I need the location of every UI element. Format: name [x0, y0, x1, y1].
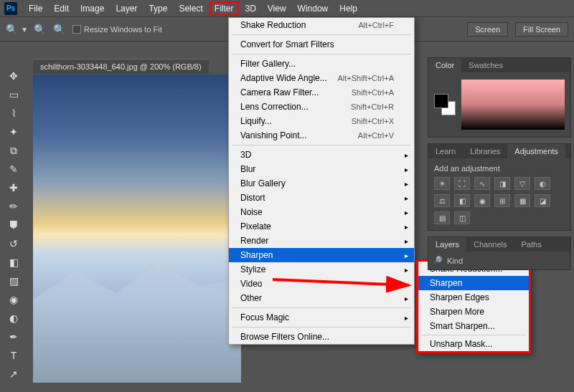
dodge-tool[interactable]: ◐: [3, 310, 24, 327]
channel-mixer-icon[interactable]: ⊞: [494, 194, 510, 207]
heal-tool[interactable]: ✚: [3, 179, 24, 196]
filter-video[interactable]: Video: [229, 277, 414, 291]
chevron-down-icon: ▾: [22, 24, 27, 34]
tab-color[interactable]: Color: [428, 58, 461, 72]
sharpen-more[interactable]: Sharpen More: [418, 305, 529, 319]
filter-distort[interactable]: Distort: [229, 191, 414, 205]
tab-channels[interactable]: Channels: [466, 237, 514, 252]
filter-sharpen[interactable]: Sharpen: [229, 248, 414, 262]
adjustments-panel: Learn Libraries Adjustments Add an adjus…: [428, 143, 571, 231]
sharpen-sharpen[interactable]: Sharpen: [418, 276, 529, 290]
menu-view[interactable]: View: [262, 1, 292, 16]
document-canvas[interactable]: [33, 75, 241, 383]
stamp-tool[interactable]: ⛊: [3, 216, 24, 234]
tab-libraries[interactable]: Libraries: [463, 144, 507, 158]
filter-browse-online[interactable]: Browse Filters Online...: [229, 330, 414, 344]
gradient-tool[interactable]: ▨: [3, 272, 24, 290]
photo-filter-icon[interactable]: ◉: [474, 194, 490, 207]
zoom-out-icon[interactable]: 🔍: [53, 24, 65, 35]
threshold-icon[interactable]: ◫: [454, 211, 470, 224]
lookup-icon[interactable]: ▦: [514, 194, 530, 207]
bw-icon[interactable]: ◧: [454, 194, 470, 207]
zoom-icon: 🔍: [6, 24, 18, 35]
menu-filter[interactable]: Filter: [209, 1, 240, 16]
curves-icon[interactable]: ∿: [474, 177, 490, 190]
brush-tool[interactable]: ✏: [3, 198, 24, 215]
sharpen-unsharp-mask[interactable]: Unsharp Mask...: [418, 337, 529, 351]
vibrance-icon[interactable]: ▽: [514, 177, 530, 190]
filter-camera-raw[interactable]: Camera Raw Filter...Shift+Ctrl+A: [229, 85, 414, 100]
checkbox-icon: [72, 25, 81, 34]
menu-edit[interactable]: Edit: [48, 1, 75, 16]
tab-swatches[interactable]: Swatches: [461, 58, 510, 72]
pen-tool[interactable]: ✒: [3, 328, 24, 345]
menu-select[interactable]: Select: [173, 1, 208, 16]
crop-tool[interactable]: ⧉: [3, 142, 24, 159]
filter-pixelate[interactable]: Pixelate: [229, 219, 414, 234]
menu-file[interactable]: File: [23, 1, 48, 16]
menu-type[interactable]: Type: [143, 1, 173, 16]
filter-adaptive-wide[interactable]: Adaptive Wide Angle...Alt+Shift+Ctrl+A: [229, 71, 414, 85]
filter-render[interactable]: Render: [229, 234, 414, 248]
document-tab[interactable]: schilthorn-3033448_640.jpg @ 200% (RGB/8…: [33, 59, 209, 74]
eraser-tool[interactable]: ◧: [3, 254, 24, 271]
marquee-tool[interactable]: ▭: [3, 86, 24, 103]
tools-panel: ✥ ▭ ⌇ ✦ ⧉ ✎ ✚ ✏ ⛊ ↺ ◧ ▨ ◉ ◐ ✒ T ↗: [3, 67, 27, 383]
filter-gallery[interactable]: Filter Gallery...: [229, 57, 414, 71]
filter-blur[interactable]: Blur: [229, 162, 414, 176]
menu-3d[interactable]: 3D: [239, 1, 261, 16]
fill-screen-button[interactable]: Fill Screen: [515, 22, 568, 37]
filter-last[interactable]: Shake Reduction Alt+Ctrl+F: [229, 18, 414, 32]
zoom-in-icon[interactable]: 🔍: [34, 24, 46, 35]
menu-help[interactable]: Help: [334, 1, 363, 16]
history-brush-tool[interactable]: ↺: [3, 235, 24, 252]
filter-noise[interactable]: Noise: [229, 205, 414, 219]
tab-learn[interactable]: Learn: [428, 144, 463, 158]
wand-tool[interactable]: ✦: [3, 123, 24, 140]
eyedropper-tool[interactable]: ✎: [3, 161, 24, 178]
sharpen-submenu: Shake Reduction... Sharpen Sharpen Edges…: [416, 259, 531, 353]
color-spectrum[interactable]: [461, 80, 565, 130]
fit-screen-button[interactable]: Screen: [467, 22, 508, 37]
menu-image[interactable]: Image: [75, 1, 110, 16]
adjustments-title: Add an adjustment: [434, 164, 565, 173]
filter-blur-gallery[interactable]: Blur Gallery: [229, 176, 414, 191]
filter-last-shortcut: Alt+Ctrl+F: [358, 21, 394, 29]
resize-windows-checkbox[interactable]: Resize Windows to Fit: [72, 25, 162, 34]
hue-icon[interactable]: ◐: [535, 177, 550, 190]
tab-paths[interactable]: Paths: [514, 237, 549, 252]
menubar: Ps File Edit Image Layer Type Select Fil…: [0, 0, 574, 17]
lasso-tool[interactable]: ⌇: [3, 105, 24, 122]
filter-3d[interactable]: 3D: [229, 148, 414, 162]
filter-convert-smart[interactable]: Convert for Smart Filters: [229, 37, 414, 52]
filter-liquify[interactable]: Liquify...Shift+Ctrl+X: [229, 114, 414, 128]
menu-layer[interactable]: Layer: [110, 1, 143, 16]
search-icon[interactable]: 🔎: [433, 256, 443, 265]
filter-last-label: Shake Reduction: [240, 20, 306, 30]
move-tool[interactable]: ✥: [3, 67, 24, 85]
tab-layers[interactable]: Layers: [428, 237, 466, 252]
sharpen-smart[interactable]: Smart Sharpen...: [418, 319, 529, 333]
layers-kind-label: Kind: [447, 257, 463, 265]
filter-vanishing-point[interactable]: Vanishing Point...Alt+Ctrl+V: [229, 128, 414, 143]
tab-adjustments[interactable]: Adjustments: [507, 144, 565, 158]
exposure-icon[interactable]: ◨: [494, 177, 510, 190]
filter-stylize[interactable]: Stylize: [229, 262, 414, 277]
brightness-icon[interactable]: ☀: [434, 177, 450, 190]
levels-icon[interactable]: ⛶: [454, 177, 470, 190]
right-panel-dock: Color Swatches Learn Libraries Adjustmen…: [428, 57, 571, 270]
path-tool[interactable]: ↗: [3, 365, 24, 383]
sharpen-edges[interactable]: Sharpen Edges: [418, 290, 529, 305]
foreground-background-swatch[interactable]: [434, 94, 456, 115]
filter-other[interactable]: Other: [229, 291, 414, 305]
color-panel: Color Swatches: [428, 57, 571, 138]
filter-focus-magic[interactable]: Focus Magic: [229, 310, 414, 325]
filter-lens-correction[interactable]: Lens Correction...Shift+Ctrl+R: [229, 100, 414, 114]
blur-tool[interactable]: ◉: [3, 291, 24, 308]
posterize-icon[interactable]: ▤: [434, 211, 450, 224]
colorbalance-icon[interactable]: ⚖: [434, 194, 450, 207]
invert-icon[interactable]: ◪: [535, 194, 550, 207]
text-tool[interactable]: T: [3, 347, 24, 364]
menu-window[interactable]: Window: [292, 1, 334, 16]
zoom-tool-indicator[interactable]: 🔍▾: [6, 24, 27, 35]
